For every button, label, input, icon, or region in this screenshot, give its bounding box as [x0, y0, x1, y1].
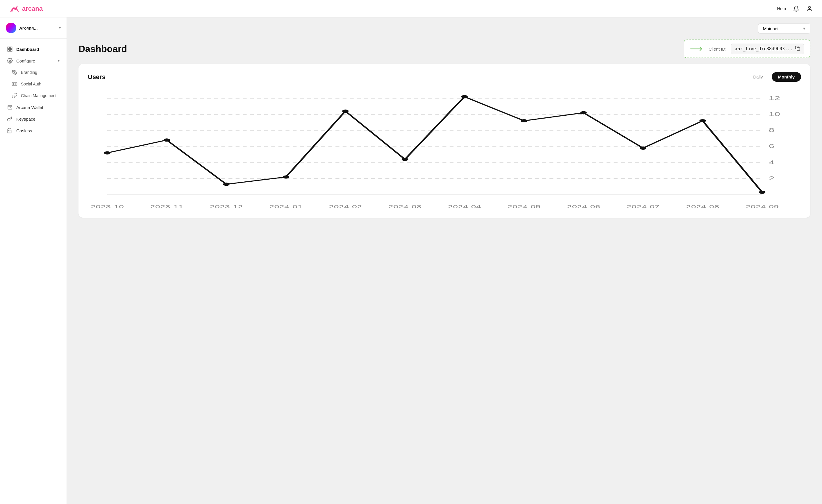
- svg-text:8: 8: [769, 128, 774, 133]
- configure-chevron-icon: ▾: [58, 59, 60, 63]
- sidebar-item-label-arcana-wallet: Arcana Wallet: [16, 105, 43, 110]
- svg-rect-4: [10, 50, 12, 51]
- svg-rect-2: [10, 47, 12, 49]
- svg-text:2024-01: 2024-01: [269, 204, 303, 209]
- account-name: Arc4n4...: [19, 26, 56, 30]
- svg-point-29: [461, 95, 468, 98]
- svg-rect-10: [797, 48, 800, 51]
- svg-point-24: [164, 138, 170, 141]
- logo: arcana: [9, 3, 43, 14]
- svg-text:2024-04: 2024-04: [448, 204, 481, 209]
- account-switcher[interactable]: Arc4n4... ▾: [0, 17, 67, 39]
- logo-text: arcana: [22, 5, 43, 12]
- svg-point-23: [104, 151, 110, 155]
- sidebar-item-configure[interactable]: Configure ▾: [0, 55, 67, 67]
- svg-text:2024-09: 2024-09: [746, 204, 779, 209]
- svg-text:2023-10: 2023-10: [91, 204, 124, 209]
- svg-text:2023-12: 2023-12: [210, 204, 243, 209]
- svg-text:2024-02: 2024-02: [329, 204, 362, 209]
- sidebar-item-label-branding: Branding: [21, 70, 37, 75]
- sidebar-item-label-social-auth: Social Auth: [21, 82, 41, 86]
- sidebar-item-gasless[interactable]: Gasless: [0, 125, 67, 136]
- gas-icon: [7, 128, 13, 133]
- svg-text:10: 10: [769, 111, 780, 117]
- notification-icon[interactable]: [793, 6, 799, 12]
- daily-button[interactable]: Daily: [747, 72, 769, 82]
- sidebar-item-dashboard[interactable]: Dashboard: [0, 43, 67, 55]
- avatar: [6, 23, 16, 33]
- arrow-icon: [690, 46, 704, 52]
- sidebar-item-label-dashboard: Dashboard: [16, 47, 39, 52]
- help-link[interactable]: Help: [777, 6, 786, 11]
- grid-icon: [7, 46, 13, 52]
- main-header: Mainnet ▾: [67, 17, 822, 37]
- svg-text:2024-07: 2024-07: [627, 204, 660, 209]
- chart-title: Users: [88, 73, 105, 81]
- svg-point-34: [759, 191, 765, 194]
- client-id-value: xar_live_d7c88d9b03...: [731, 44, 804, 54]
- svg-rect-3: [8, 50, 10, 51]
- svg-point-28: [402, 158, 408, 161]
- svg-text:2024-03: 2024-03: [388, 204, 422, 209]
- network-selector[interactable]: Mainnet ▾: [758, 23, 810, 34]
- sidebar-item-label-gasless: Gasless: [16, 128, 32, 133]
- svg-point-27: [342, 110, 349, 113]
- chart-toggle: Daily Monthly: [747, 72, 801, 82]
- svg-text:2023-11: 2023-11: [150, 204, 184, 209]
- svg-point-5: [9, 60, 11, 62]
- svg-point-8: [11, 107, 11, 108]
- sidebar-item-arcana-wallet[interactable]: Arcana Wallet: [0, 101, 67, 113]
- svg-point-0: [808, 6, 810, 8]
- sidebar-item-label-configure: Configure: [16, 58, 35, 63]
- sidebar-item-social-auth[interactable]: Social Auth: [0, 78, 67, 90]
- app-layout: Arc4n4... ▾ Dashboard Configure ▾: [0, 17, 822, 504]
- chart-header: Users Daily Monthly: [88, 72, 801, 82]
- svg-point-9: [8, 118, 10, 121]
- sidebar-item-label-keyspace: Keyspace: [16, 116, 35, 121]
- sidebar-nav: Dashboard Configure ▾ Branding: [0, 39, 67, 141]
- client-id-box: Client ID: xar_live_d7c88d9b03...: [684, 40, 810, 58]
- network-value: Mainnet: [763, 26, 778, 31]
- account-chevron-icon: ▾: [59, 26, 61, 30]
- topnav-right: Help: [777, 6, 813, 12]
- sidebar: Arc4n4... ▾ Dashboard Configure ▾: [0, 17, 67, 504]
- page-title-row: Dashboard Client ID: xar_live_d7c88d9b03…: [67, 37, 822, 64]
- svg-point-30: [521, 119, 527, 122]
- sidebar-item-branding[interactable]: Branding: [0, 67, 67, 78]
- svg-text:2024-06: 2024-06: [567, 204, 600, 209]
- svg-point-25: [223, 182, 229, 186]
- svg-text:2: 2: [769, 175, 774, 181]
- chart-card: Users Daily Monthly 246810122023-102023-…: [78, 64, 810, 218]
- svg-text:6: 6: [769, 143, 774, 149]
- svg-point-33: [699, 119, 706, 122]
- link-icon: [12, 93, 17, 98]
- user-icon[interactable]: [806, 6, 813, 12]
- main-content: Mainnet ▾ Dashboard Client ID: xar_live_…: [67, 17, 822, 504]
- chart-container: 246810122023-102023-112023-122024-012024…: [88, 89, 801, 211]
- wallet-icon: [7, 104, 13, 110]
- gear-icon: [7, 58, 13, 64]
- svg-text:12: 12: [769, 95, 780, 101]
- line-chart: 246810122023-102023-112023-122024-012024…: [88, 89, 801, 211]
- svg-text:2024-05: 2024-05: [507, 204, 541, 209]
- network-chevron-icon: ▾: [803, 26, 805, 31]
- svg-point-31: [580, 111, 586, 114]
- key-icon: [7, 116, 13, 122]
- svg-point-6: [14, 72, 15, 73]
- page-title: Dashboard: [78, 44, 127, 54]
- svg-point-26: [283, 175, 289, 178]
- sidebar-item-label-chain-management: Chain Management: [21, 93, 56, 98]
- svg-text:2024-08: 2024-08: [686, 204, 719, 209]
- logo-icon: [9, 3, 20, 14]
- svg-point-32: [640, 146, 646, 150]
- monthly-button[interactable]: Monthly: [772, 72, 801, 82]
- client-id-label: Client ID:: [709, 46, 727, 51]
- client-id-text: xar_live_d7c88d9b03...: [735, 46, 793, 51]
- svg-rect-1: [8, 47, 10, 49]
- copy-icon[interactable]: [795, 46, 800, 52]
- topnav: arcana Help: [0, 0, 822, 17]
- sidebar-item-keyspace[interactable]: Keyspace: [0, 113, 67, 125]
- svg-text:4: 4: [769, 159, 774, 165]
- sidebar-item-chain-management[interactable]: Chain Management: [0, 90, 67, 101]
- brush-icon: [12, 69, 17, 75]
